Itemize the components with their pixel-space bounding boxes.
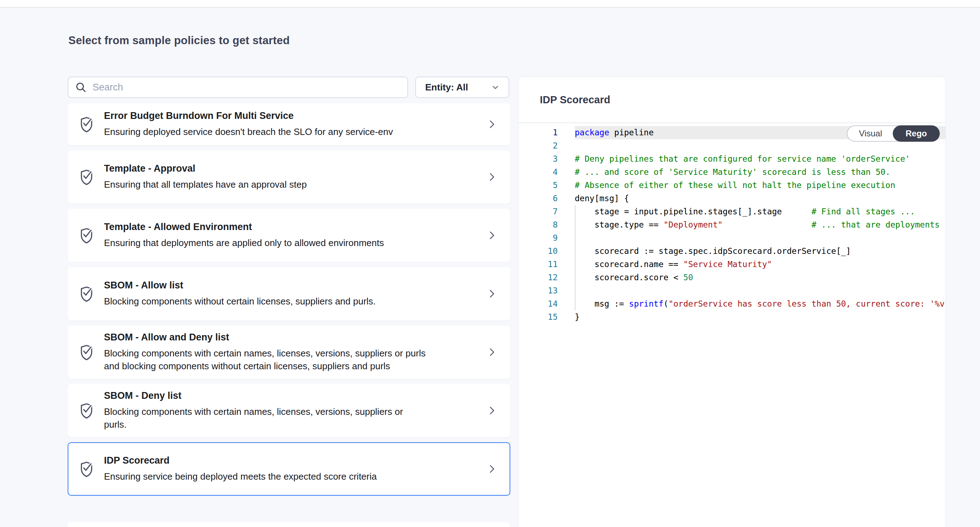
code-line[interactable]: 3# Deny pipelines that are configured fo… — [519, 153, 945, 166]
entity-filter-label: Entity: All — [425, 82, 468, 93]
toggle-visual[interactable]: Visual — [848, 126, 894, 141]
policy-title: Template - Approval — [104, 163, 486, 174]
code-text: deny[msg] { — [575, 192, 945, 205]
policy-card[interactable]: SBOM - Allow listBlocking components wit… — [68, 267, 510, 320]
code-text: } — [575, 310, 945, 324]
code-text: msg := sprintf("orderService has score l… — [575, 297, 945, 310]
policy-description: Ensuring that deployments are applied on… — [104, 236, 428, 249]
line-number: 15 — [519, 310, 575, 324]
policy-description: Blocking components without certain lice… — [104, 295, 428, 308]
line-number: 1 — [519, 126, 575, 139]
code-text: scorecard.name == "Service Maturity" — [575, 258, 945, 271]
code-editor[interactable]: Visual Rego 1package pipeline23# Deny pi… — [519, 123, 945, 524]
view-mode-toggle[interactable]: Visual Rego — [847, 125, 940, 142]
code-text: scorecard.score < 50 — [575, 271, 945, 284]
chevron-right-icon[interactable] — [486, 288, 498, 299]
top-bar — [0, 0, 980, 8]
policy-title: SBOM - Allow list — [104, 280, 486, 291]
code-line[interactable]: 11 scorecard.name == "Service Maturity" — [519, 258, 945, 271]
policy-card[interactable]: Template - ApprovalEnsuring that all tem… — [68, 150, 510, 204]
policy-title: Error Budget Burndown For Multi Service — [104, 110, 486, 121]
code-text: # Deny pipelines that are configured for… — [575, 153, 945, 166]
code-text — [575, 284, 945, 297]
line-number: 9 — [519, 231, 575, 245]
code-line[interactable]: 14 msg := sprintf("orderService has scor… — [519, 297, 945, 310]
policy-card[interactable]: SBOM - Deny listBlocking components with… — [68, 384, 510, 437]
detail-title: IDP Scorecard — [540, 94, 610, 106]
toggle-rego[interactable]: Rego — [893, 125, 940, 142]
policy-detail-panel: IDP Scorecard Visual Rego 1package pipel… — [518, 76, 946, 527]
policy-list: Error Budget Burndown For Multi ServiceE… — [68, 103, 510, 501]
code-line[interactable]: 13 — [519, 284, 945, 297]
shield-check-icon — [78, 285, 95, 303]
chevron-right-icon[interactable] — [486, 347, 498, 358]
shield-check-icon — [78, 402, 95, 419]
code-line[interactable]: 9 — [519, 231, 945, 245]
policy-card[interactable]: Template - Allowed EnvironmentEnsuring t… — [68, 209, 510, 262]
code-text: stage = input.pipeline.stages[_].stage #… — [575, 205, 945, 218]
search-box[interactable] — [68, 76, 408, 98]
code-text — [575, 231, 945, 245]
chevron-right-icon[interactable] — [486, 119, 498, 130]
code-lines: 1package pipeline23# Deny pipelines that… — [519, 126, 945, 324]
shield-check-icon — [78, 226, 95, 244]
line-number: 10 — [519, 245, 575, 258]
line-number: 3 — [519, 153, 575, 166]
entity-filter-dropdown[interactable]: Entity: All — [415, 76, 509, 98]
policy-title: IDP Scorecard — [104, 455, 486, 466]
code-text: # ... and score of 'Service Maturity' sc… — [575, 166, 945, 179]
line-number: 13 — [519, 284, 575, 297]
policy-title: Template - Allowed Environment — [104, 221, 486, 232]
line-number: 6 — [519, 192, 575, 205]
detail-header: IDP Scorecard — [519, 77, 945, 123]
policy-title: SBOM - Deny list — [104, 390, 486, 401]
line-number: 8 — [519, 218, 575, 231]
line-number: 2 — [519, 139, 575, 153]
chevron-right-icon[interactable] — [486, 405, 498, 416]
code-line[interactable]: 12 scorecard.score < 50 — [519, 271, 945, 284]
policy-card[interactable]: SBOM - Allow and Deny listBlocking compo… — [68, 325, 510, 379]
shield-check-icon — [78, 168, 95, 186]
line-number: 5 — [519, 179, 575, 192]
code-text: scorecard := stage.spec.idpScorecard.ord… — [575, 245, 945, 258]
chevron-right-icon[interactable] — [486, 230, 498, 241]
indent-guide — [575, 205, 576, 310]
page-title: Select from sample policies to get start… — [68, 34, 290, 47]
line-number: 14 — [519, 297, 575, 310]
code-line[interactable]: 10 scorecard := stage.spec.idpScorecard.… — [519, 245, 945, 258]
policy-description: Ensuring that all templates have an appr… — [104, 178, 428, 191]
policy-description: Ensuring deployed service doesn't breach… — [104, 125, 428, 138]
policy-description: Blocking components with certain names, … — [104, 405, 428, 431]
search-icon — [75, 81, 87, 93]
line-number: 4 — [519, 166, 575, 179]
chevron-right-icon[interactable] — [486, 171, 498, 183]
shield-check-icon — [78, 343, 95, 361]
code-line[interactable]: 5# Absence of either of these will not h… — [519, 179, 945, 192]
policy-card[interactable]: IDP ScorecardEnsuring service being depl… — [68, 442, 510, 496]
policy-description: Blocking components with certain names, … — [104, 347, 428, 373]
search-input[interactable] — [92, 82, 401, 93]
policy-description: Ensuring service being deployed meets th… — [104, 470, 428, 483]
shield-check-icon — [78, 115, 95, 133]
code-line[interactable]: 7 stage = input.pipeline.stages[_].stage… — [519, 205, 945, 218]
next-card-clipped[interactable] — [68, 522, 510, 527]
code-text: stage.type == "Deployment" # ... that ar… — [575, 218, 945, 231]
code-line[interactable]: 6deny[msg] { — [519, 192, 945, 205]
code-line[interactable]: 8 stage.type == "Deployment" # ... that … — [519, 218, 945, 231]
policy-card[interactable]: Error Budget Burndown For Multi ServiceE… — [68, 103, 510, 145]
code-line[interactable]: 4# ... and score of 'Service Maturity' s… — [519, 166, 945, 179]
code-line[interactable]: 15} — [519, 310, 945, 324]
line-number: 12 — [519, 271, 575, 284]
code-text: # Absence of either of these will not ha… — [575, 179, 945, 192]
shield-check-icon — [78, 460, 95, 478]
line-number: 11 — [519, 258, 575, 271]
chevron-right-icon[interactable] — [486, 463, 498, 474]
policy-title: SBOM - Allow and Deny list — [104, 332, 486, 343]
line-number: 7 — [519, 205, 575, 218]
chevron-down-icon — [490, 82, 501, 92]
